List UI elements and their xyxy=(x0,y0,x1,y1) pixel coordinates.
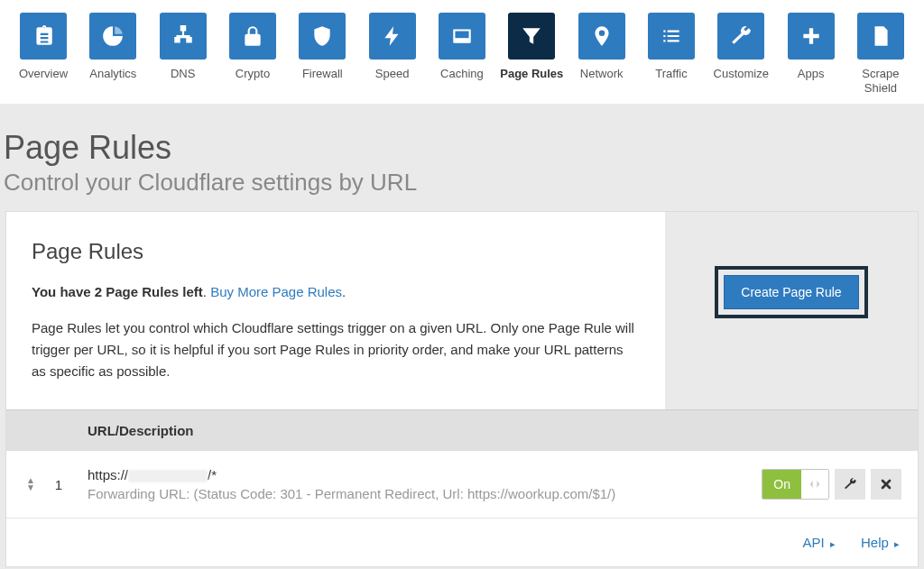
rule-description: Forwarding URL: (Status Code: 301 - Perm… xyxy=(88,486,762,501)
card-desc: Page Rules let you control which Cloudfl… xyxy=(32,317,640,382)
buy-more-link[interactable]: Buy More Page Rules xyxy=(210,284,342,299)
page-header: Page Rules Control your Cloudflare setti… xyxy=(0,104,924,211)
nav-speed[interactable]: Speed xyxy=(360,13,425,95)
clipboard-icon xyxy=(20,13,67,60)
nav-label: Apps xyxy=(798,67,825,81)
create-button-highlight: Create Page Rule xyxy=(715,266,867,318)
toggle-on-label: On xyxy=(762,470,801,499)
main-nav: Overview Analytics DNS Crypto Firewall S… xyxy=(0,0,924,104)
api-link[interactable]: API ▸ xyxy=(803,535,836,550)
create-page-rule-button[interactable]: Create Page Rule xyxy=(724,275,858,309)
nav-crypto[interactable]: Crypto xyxy=(220,13,285,95)
nav-customize[interactable]: Customize xyxy=(708,13,773,95)
nav-label: Network xyxy=(580,67,624,81)
nav-page-rules[interactable]: Page Rules xyxy=(499,13,564,95)
help-link[interactable]: Help ▸ xyxy=(861,535,900,550)
pie-chart-icon xyxy=(89,13,136,60)
lock-icon xyxy=(229,13,276,60)
redacted-domain xyxy=(128,470,208,482)
nav-scrape-shield[interactable]: Scrape Shield xyxy=(848,13,913,95)
nav-label: Page Rules xyxy=(500,67,563,81)
rules-remaining-text: You have 2 Page Rules left. Buy More Pag… xyxy=(32,284,640,299)
card-action-panel: Create Page Rule xyxy=(665,212,918,409)
sitemap-icon xyxy=(160,13,207,60)
nav-label: Crypto xyxy=(236,67,270,81)
svg-rect-0 xyxy=(454,38,469,42)
page-title: Page Rules xyxy=(4,129,924,167)
table-row: ▲ ▼ 1 https:///* Forwarding URL: (Status… xyxy=(6,451,918,519)
page-body: Page Rules Control your Cloudflare setti… xyxy=(0,104,924,569)
caret-right-icon: ▸ xyxy=(830,538,836,549)
nav-label: Traffic xyxy=(655,67,687,81)
shield-icon xyxy=(299,13,346,60)
document-icon xyxy=(857,13,904,60)
card-footer: API ▸ Help ▸ xyxy=(6,519,918,566)
nav-label: Scrape Shield xyxy=(848,67,913,95)
page-subtitle: Control your Cloudflare settings by URL xyxy=(4,169,924,197)
chevron-down-icon: ▼ xyxy=(26,484,35,491)
nav-label: Overview xyxy=(19,67,68,81)
row-actions: On xyxy=(762,469,901,500)
wrench-icon xyxy=(717,13,764,60)
nav-label: Firewall xyxy=(302,67,343,81)
nav-caching[interactable]: Caching xyxy=(430,13,494,95)
nav-label: Speed xyxy=(375,67,410,81)
nav-label: Analytics xyxy=(89,67,136,81)
nav-label: Caching xyxy=(440,67,484,81)
pin-icon xyxy=(578,13,625,60)
toggle-off-icon xyxy=(801,470,828,499)
wrench-icon xyxy=(843,477,857,491)
nav-network[interactable]: Network xyxy=(569,13,634,95)
drag-handle[interactable]: ▲ ▼ xyxy=(19,477,42,491)
nav-analytics[interactable]: Analytics xyxy=(80,13,145,95)
card-heading: Page Rules xyxy=(32,239,640,264)
caret-right-icon: ▸ xyxy=(894,538,900,549)
edit-button[interactable] xyxy=(835,469,865,500)
drive-icon xyxy=(439,13,485,60)
nav-apps[interactable]: Apps xyxy=(779,13,844,95)
nav-label: Customize xyxy=(714,67,769,81)
rule-url: https:///* xyxy=(88,467,762,482)
close-icon xyxy=(879,477,893,491)
nav-dns[interactable]: DNS xyxy=(151,13,216,95)
table-header-url: URL/Description xyxy=(6,409,918,451)
delete-button[interactable] xyxy=(871,469,901,500)
row-order: 1 xyxy=(42,477,75,492)
page-rules-card: Page Rules You have 2 Page Rules left. B… xyxy=(5,211,919,567)
nav-label: DNS xyxy=(171,67,195,81)
bolt-icon xyxy=(369,13,416,60)
plus-icon xyxy=(788,13,835,60)
enable-toggle[interactable]: On xyxy=(762,469,829,500)
nav-firewall[interactable]: Firewall xyxy=(290,13,355,95)
row-content: https:///* Forwarding URL: (Status Code:… xyxy=(75,467,762,501)
nav-traffic[interactable]: Traffic xyxy=(639,13,704,95)
rules-remaining-count: You have 2 Page Rules left xyxy=(32,284,203,299)
card-description: Page Rules You have 2 Page Rules left. B… xyxy=(6,212,665,409)
nav-overview[interactable]: Overview xyxy=(11,13,76,95)
funnel-icon xyxy=(508,13,555,60)
list-icon xyxy=(648,13,695,60)
